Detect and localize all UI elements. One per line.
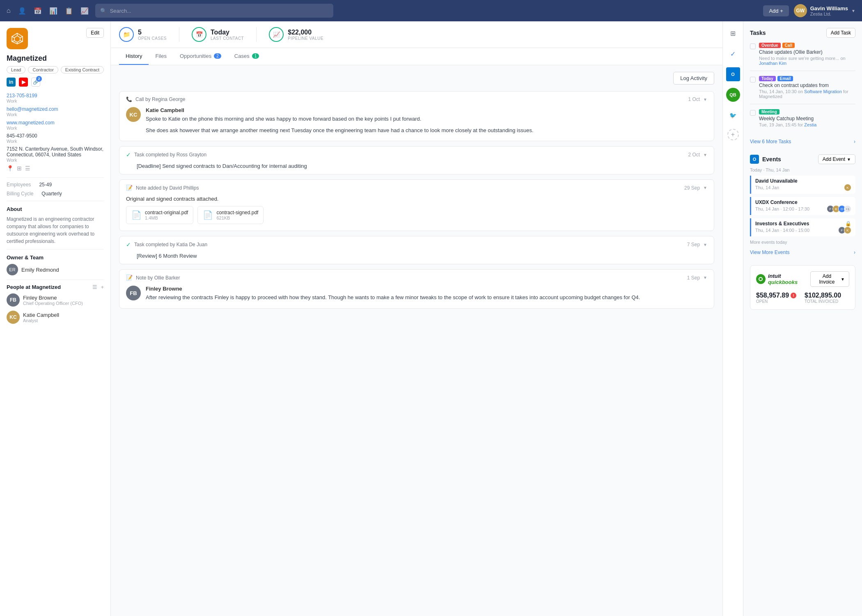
chevron-down-icon: ▼ <box>847 157 851 162</box>
calendar-icon[interactable]: 📅 <box>34 7 42 15</box>
task2-sub: Thu, 14 Jan, 10:30 on Software Migration… <box>759 89 855 99</box>
note2-text-body: After reviewing the contracts Finley is … <box>146 293 640 302</box>
task-checkbox-1[interactable] <box>750 44 756 49</box>
add-integration-icon[interactable]: + <box>727 129 739 140</box>
activity-call-header[interactable]: 📞 Call by Regina George 1 Oct ▼ <box>119 92 714 107</box>
badge-call: Call <box>782 43 795 48</box>
call-icon: 📞 <box>126 96 132 102</box>
trends-icon[interactable]: 📈 <box>80 7 89 15</box>
person-name-finley[interactable]: Finley Browne <box>23 295 83 301</box>
add-person-icon[interactable]: + <box>101 284 104 290</box>
grid-icon[interactable]: ⊞ <box>726 26 740 40</box>
address-label: Work <box>7 158 104 163</box>
add-event-button[interactable]: Add Event ▼ <box>818 154 855 164</box>
today-label: Today · Thu, 14 Jan <box>750 167 855 172</box>
stat-open-cases: 📁 5 OPEN CASES <box>119 27 167 42</box>
qb-header: intuit quickbooks Add Invoice ▼ <box>756 271 849 287</box>
call-body-1: Spoke to Katie on the phone this morning… <box>146 115 534 123</box>
activity-note-2: 📝 Note by Ollie Barker 1 Sep ▼ FB Finley… <box>119 269 714 309</box>
event-name-3: Investors & Executives <box>755 221 809 227</box>
search-input[interactable] <box>110 8 328 14</box>
phone-primary: 213-705-8199 Work <box>7 92 104 103</box>
event-investors: Investors & Executives 🔒 Thu, 14 Jan · 1… <box>750 218 855 236</box>
linkedin-icon[interactable]: in <box>7 78 16 87</box>
activity-note1-header[interactable]: 📝 Note added by David Phillips 29 Sep ▼ <box>119 180 714 196</box>
task2-link[interactable]: Software Migration <box>804 89 842 94</box>
tag-lead[interactable]: Lead <box>7 66 25 73</box>
task1-header-text: Task completed by Ross Grayton <box>134 152 206 158</box>
view-more-events[interactable]: View More Events › <box>750 248 855 257</box>
email-link[interactable]: hello@magnetized.com <box>7 106 58 112</box>
tag-contractor[interactable]: Contractor <box>28 66 58 73</box>
edit-button[interactable]: Edit <box>86 28 104 38</box>
chevron-down-icon: ▼ <box>703 153 707 157</box>
activity-task1-header[interactable]: ✓ Task completed by Ross Grayton 2 Oct ▼ <box>119 147 714 163</box>
file-original[interactable]: 📄 contract-original.pdf 1.4MB <box>126 206 193 224</box>
address: 7152 N. Canterbury Avenue, South Windsor… <box>7 146 104 163</box>
task3-link[interactable]: Zestia <box>804 122 816 127</box>
contacts-icon[interactable]: 👤 <box>18 7 26 15</box>
task1-link[interactable]: Jonathan Kim <box>759 61 786 66</box>
stat-divider-2 <box>256 27 257 42</box>
user-menu[interactable]: GW Gavin Williams Zestia Ltd. ▼ <box>794 4 855 17</box>
owner-avatar: ER <box>7 264 18 275</box>
person-name-katie[interactable]: Katie Campbell <box>23 312 59 318</box>
event-uxdx: UXDX Conference Thu, 14 Jan · 12:00 - 17… <box>750 197 855 215</box>
topnav: ⌂ 👤 📅 📊 📋 📈 🔍 Add + GW Gavin Williams Ze… <box>0 0 862 21</box>
search-bar[interactable]: 🔍 <box>95 4 333 18</box>
employees-value: 25-49 <box>39 182 52 188</box>
activity-call-body: KC Katie Campbell Spoke to Katie on the … <box>119 107 714 141</box>
chevron-down-icon: ▼ <box>703 275 707 280</box>
twitter-rail-icon[interactable]: 🐦 <box>726 108 740 122</box>
link-icon[interactable]: 🔗 2 <box>31 78 40 87</box>
list-icon[interactable]: ☰ <box>92 284 97 290</box>
website-link[interactable]: www.magnetized.com <box>7 120 55 126</box>
outlook-rail-icon[interactable]: O <box>726 67 740 81</box>
task1-date: 2 Oct <box>688 152 700 158</box>
add-button[interactable]: Add + <box>763 5 789 16</box>
call-person-name: Katie Campbell <box>146 107 534 113</box>
view-more-tasks[interactable]: View 6 More Tasks › <box>750 137 855 146</box>
chevron-down-icon: ▼ <box>851 9 855 13</box>
people-title: People at Magnetized <box>7 284 61 290</box>
call-body-2: She does ask however that we arrange ano… <box>146 126 534 135</box>
email-label: Work <box>7 112 104 117</box>
event-name-1: David Unavailable <box>755 178 851 184</box>
phone-link[interactable]: 213-705-8199 <box>7 93 37 98</box>
badge-email: Email <box>777 76 793 81</box>
tab-history[interactable]: History <box>119 48 149 65</box>
activity-task2-header[interactable]: ✓ Task completed by Katia De Juan 7 Sep … <box>119 236 714 253</box>
task-contract-updates: Today Email Check on contract updates fr… <box>750 76 855 104</box>
task-checkbox-2[interactable] <box>750 77 756 82</box>
documents-icon[interactable]: 📋 <box>65 7 73 15</box>
svg-point-9 <box>759 278 762 280</box>
add-task-button[interactable]: Add Task <box>826 28 855 38</box>
home-icon[interactable]: ⌂ <box>7 7 11 14</box>
pdf-icon: 📄 <box>131 210 142 220</box>
youtube-icon[interactable]: ▶ <box>19 78 28 87</box>
user-name: Gavin Williams <box>810 5 848 11</box>
stat-pipeline: 📈 $22,000 PIPELINE VALUE <box>269 27 323 42</box>
tab-opportunities[interactable]: Opportunities 2 <box>173 48 228 65</box>
task-checkbox-3[interactable] <box>750 110 756 116</box>
qb-amounts: $58,957.89 ! Open $102,895.00 Total Invo… <box>756 292 849 304</box>
add-invoice-button[interactable]: Add Invoice ▼ <box>810 271 849 287</box>
list-view-icon[interactable]: ☰ <box>25 165 30 172</box>
task-weekly-catchup: Meeting Weekly Catchup Meeting Tue, 19 J… <box>750 109 855 132</box>
file-name-2: contract-signed.pdf <box>216 210 258 215</box>
activity-note2-header[interactable]: 📝 Note by Ollie Barker 1 Sep ▼ <box>119 270 714 286</box>
checkmark-rail-icon[interactable]: ✓ <box>726 47 740 61</box>
log-activity-button[interactable]: Log Activity <box>673 72 714 85</box>
task2-header-text: Task completed by Katia De Juan <box>134 242 207 247</box>
call-date: 1 Oct <box>688 96 700 102</box>
tab-cases[interactable]: Cases 1 <box>228 48 266 65</box>
qb-open-label: Open <box>756 299 796 304</box>
tab-files[interactable]: Files <box>149 48 173 65</box>
grid-view-icon[interactable]: ⊞ <box>17 165 22 172</box>
tag-existing-contract[interactable]: Existing Contract <box>61 66 104 73</box>
file-signed[interactable]: 📄 contract-signed.pdf 621KB <box>197 206 264 224</box>
analytics-icon[interactable]: 📊 <box>49 7 57 15</box>
contact-value: Today <box>211 29 244 36</box>
quickbooks-rail-icon[interactable]: QB <box>726 88 740 102</box>
map-icon[interactable]: 📍 <box>7 165 14 172</box>
